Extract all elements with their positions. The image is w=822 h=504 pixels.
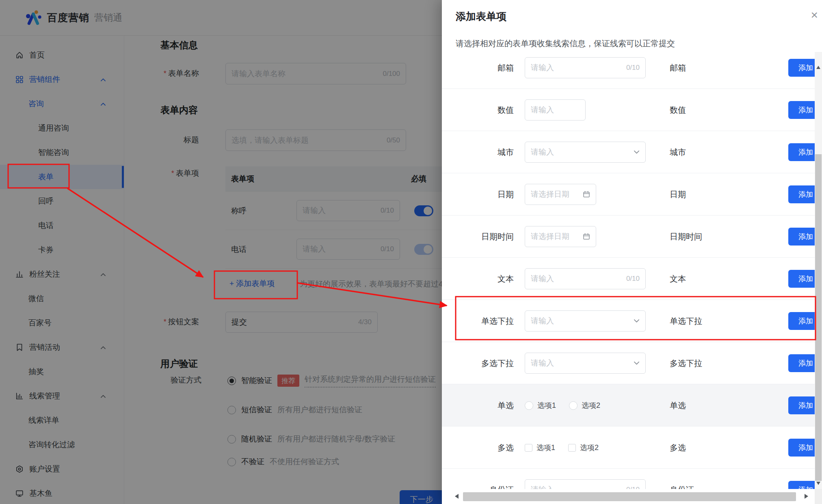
drawer-row-type-name: 邮箱: [670, 52, 686, 89]
add-button[interactable]: 添加: [788, 143, 815, 161]
drawer-select[interactable]: 请输入: [525, 142, 646, 163]
option-label: 选项2: [580, 443, 599, 452]
add-button[interactable]: 添加: [788, 270, 815, 288]
add-button[interactable]: 添加: [788, 228, 815, 246]
drawer-row-type-name: 城市: [670, 131, 686, 173]
drawer-subtitle: 请选择相对应的表单项收集线索信息，保证线索可以正常提交: [456, 38, 675, 49]
drawer-text-input[interactable]: 请输入0/10: [525, 268, 646, 289]
checkbox-icon[interactable]: [568, 444, 576, 452]
close-icon[interactable]: ×: [811, 9, 818, 21]
drawer-row-4: 日期时间请选择日期日期时间添加: [442, 215, 815, 258]
drawer-title: 添加表单项: [456, 10, 506, 23]
add-button[interactable]: 添加: [788, 59, 815, 77]
drawer-row-type-name: 多选: [670, 426, 686, 469]
drawer-row-8: 单选选项1选项2单选添加: [442, 384, 815, 426]
drawer-text-input[interactable]: 请输入: [525, 99, 586, 121]
radio-icon[interactable]: [569, 401, 578, 410]
drawer-row-label: 多选: [442, 426, 514, 469]
drawer-row-label: 城市: [442, 131, 514, 173]
horizontal-scrollbar-thumb[interactable]: [463, 492, 796, 501]
add-form-item-drawer: 添加表单项 × 请选择相对应的表单项收集线索信息，保证线索可以正常提交 邮箱请输…: [442, 0, 822, 504]
app-root: 百度营销 营销通 首页营销组件咨询通用咨询智能咨询表单回呼电话卡券粉丝关注微信百…: [0, 0, 822, 504]
chevron-down-icon: [634, 319, 640, 323]
scroll-left-icon[interactable]: [455, 494, 459, 499]
scroll-down-icon[interactable]: [816, 482, 820, 485]
scroll-right-icon[interactable]: [805, 494, 808, 499]
drawer-row-label: 单选: [442, 384, 514, 426]
drawer-text-input[interactable]: 请输入0/10: [525, 57, 646, 78]
drawer-row-label: 数值: [442, 89, 514, 131]
chevron-down-icon: [634, 361, 640, 365]
modal-overlay[interactable]: [0, 0, 442, 504]
drawer-date-picker[interactable]: 请选择日期: [525, 226, 596, 247]
drawer-checkbox-group: 选项1选项2: [525, 426, 608, 469]
drawer-select[interactable]: 请输入: [525, 310, 646, 332]
add-button[interactable]: 添加: [788, 185, 815, 203]
option-label: 选项2: [582, 401, 600, 410]
chevron-down-icon: [634, 150, 640, 154]
checkbox-icon[interactable]: [525, 444, 532, 452]
drawer-row-9: 多选选项1选项2多选添加: [442, 426, 815, 469]
drawer-row-label: 日期时间: [442, 215, 514, 258]
add-button[interactable]: 添加: [788, 312, 815, 330]
add-button[interactable]: 添加: [788, 354, 815, 372]
vertical-scrollbar-thumb[interactable]: [815, 154, 822, 481]
add-button[interactable]: 添加: [788, 439, 815, 457]
option-label: 选项1: [537, 401, 556, 410]
radio-icon[interactable]: [525, 401, 533, 410]
drawer-row-type-name: 多选下拉: [670, 342, 702, 384]
drawer-row-label: 多选下拉: [442, 342, 514, 384]
drawer-row-type-name: 单选下拉: [670, 300, 702, 342]
drawer-row-label: 文本: [442, 258, 514, 300]
drawer-row-type-name: 数值: [670, 89, 686, 131]
horizontal-scrollbar: [442, 489, 822, 504]
drawer-row-2: 城市请输入城市添加: [442, 131, 815, 173]
drawer-row-6: 单选下拉请输入单选下拉添加: [442, 300, 815, 342]
drawer-row-5: 文本请输入0/10文本添加: [442, 258, 815, 300]
drawer-row-3: 日期请选择日期日期添加: [442, 173, 815, 215]
drawer-row-label: 日期: [442, 173, 514, 215]
drawer-row-0: 邮箱请输入0/10邮箱添加: [442, 52, 815, 89]
scrollbar-corner: [815, 489, 822, 504]
drawer-row-7: 多选下拉请输入多选下拉添加: [442, 342, 815, 384]
drawer-select[interactable]: 请输入: [525, 353, 646, 374]
add-button[interactable]: 添加: [788, 396, 815, 414]
drawer-row-1: 数值请输入数值添加: [442, 89, 815, 131]
calendar-icon: [583, 191, 590, 198]
drawer-radio-group: 选项1选项2: [525, 384, 609, 426]
drawer-row-type-name: 文本: [670, 258, 686, 300]
add-button[interactable]: 添加: [788, 481, 815, 489]
calendar-icon: [583, 233, 590, 240]
scroll-up-icon[interactable]: [816, 66, 820, 69]
drawer-row-type-name: 单选: [670, 384, 686, 426]
option-label: 选项1: [536, 443, 555, 452]
drawer-row-type-name: 日期时间: [670, 215, 702, 258]
drawer-date-picker[interactable]: 请选择日期: [525, 184, 596, 205]
add-button[interactable]: 添加: [788, 101, 815, 119]
drawer-row-label: 邮箱: [442, 52, 514, 89]
vertical-scrollbar: [815, 52, 822, 489]
drawer-text-input[interactable]: 请输入0/10: [525, 479, 646, 489]
drawer-row-label: 身份证: [442, 469, 514, 489]
drawer-row-type-name: 身份证: [670, 469, 694, 489]
drawer-row-label: 单选下拉: [442, 300, 514, 342]
drawer-row-10: 身份证请输入0/10身份证添加: [442, 469, 815, 489]
drawer-row-type-name: 日期: [670, 173, 686, 215]
drawer-scroll-area: 邮箱请输入0/10邮箱添加数值请输入数值添加城市请输入城市添加日期请选择日期日期…: [442, 52, 815, 489]
